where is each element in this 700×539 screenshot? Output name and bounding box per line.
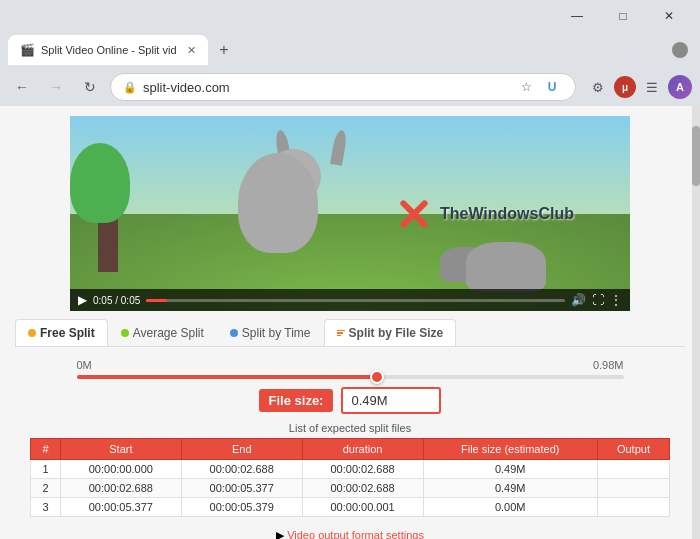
video-output-format-link[interactable]: Video output format settings	[287, 529, 424, 539]
file-size-row: File size:	[259, 387, 442, 414]
maximize-button[interactable]: □	[600, 2, 646, 30]
col-end: End	[181, 439, 302, 460]
col-duration: duration	[302, 439, 423, 460]
table-cell: 2	[31, 479, 61, 498]
tab-favicon: 🎬	[20, 43, 35, 57]
split-filesize-label: Split by File Size	[349, 326, 444, 340]
tab-free-split[interactable]: Free Split	[15, 319, 108, 346]
table-row: 300:00:05.37700:00:05.37900:00:00.0010.0…	[31, 498, 670, 517]
split-time-label: Split by Time	[242, 326, 311, 340]
video-player: TheWindowsClub ▶ 0:05 / 0:05 🔊 ⛶ ⋮	[70, 116, 630, 311]
slider-min-label: 0M	[77, 359, 92, 371]
split-tabs: Free Split Average Split Split by Time S…	[15, 311, 685, 347]
video-controls: ▶ 0:05 / 0:05 🔊 ⛶ ⋮	[70, 289, 630, 311]
extension-u-icon[interactable]: U	[541, 76, 563, 98]
file-size-input[interactable]	[341, 387, 441, 414]
average-split-dot	[121, 329, 129, 337]
slider-container: 0M 0.98M	[67, 359, 634, 379]
table-cell: 0.49M	[423, 479, 597, 498]
table-cell: 00:00:00.001	[302, 498, 423, 517]
back-button[interactable]: ←	[8, 73, 36, 101]
table-section: List of expected split files # Start End…	[15, 422, 685, 525]
bookmark-icon[interactable]: ☰	[640, 75, 664, 99]
slider-labels: 0M 0.98M	[77, 359, 624, 371]
col-start: Start	[60, 439, 181, 460]
tab-split-by-time[interactable]: Split by Time	[217, 319, 324, 346]
table-cell: 0.49M	[423, 460, 597, 479]
tab-split-by-filesize[interactable]: Split by File Size	[324, 319, 457, 346]
table-cell: 00:00:02.688	[60, 479, 181, 498]
play-button[interactable]: ▶	[78, 293, 87, 307]
col-filesize: File size (estimated)	[423, 439, 597, 460]
table-cell: 00:00:05.379	[181, 498, 302, 517]
table-cell: 00:00:02.688	[181, 460, 302, 479]
table-header-row: # Start End duration File size (estimate…	[31, 439, 670, 460]
slider-max-label: 0.98M	[593, 359, 624, 371]
table-row: 100:00:00.00000:00:02.68800:00:02.6880.4…	[31, 460, 670, 479]
reload-button[interactable]: ↻	[76, 73, 104, 101]
browser-tab[interactable]: 🎬 Split Video Online - Split video i... …	[8, 35, 208, 65]
progress-bar[interactable]	[146, 299, 565, 302]
table-cell: 3	[31, 498, 61, 517]
more-options-icon[interactable]: ⋮	[610, 293, 622, 307]
table-cell: 0.00M	[423, 498, 597, 517]
filesize-icon	[337, 330, 345, 337]
minimize-button[interactable]: —	[554, 2, 600, 30]
tab-average-split[interactable]: Average Split	[108, 319, 217, 346]
average-split-label: Average Split	[133, 326, 204, 340]
slider-fill	[77, 375, 378, 379]
free-split-dot	[28, 329, 36, 337]
table-title: List of expected split files	[30, 422, 670, 434]
volume-icon[interactable]: 🔊	[571, 293, 586, 307]
progress-bar-fill	[146, 299, 167, 302]
table-cell	[597, 479, 669, 498]
browser-settings-icon	[672, 42, 688, 58]
table-cell: 00:00:05.377	[181, 479, 302, 498]
tab-title: Split Video Online - Split video i...	[41, 44, 177, 56]
table-cell: 00:00:02.688	[302, 460, 423, 479]
video-output-link: ▶ Video output format settings	[15, 525, 685, 539]
fullscreen-icon[interactable]: ⛶	[592, 293, 604, 307]
col-output: Output	[597, 439, 669, 460]
slider-thumb[interactable]	[370, 370, 384, 384]
table-cell	[597, 498, 669, 517]
scrollbar[interactable]	[692, 106, 700, 539]
table-cell: 00:00:00.000	[60, 460, 181, 479]
slider-section: 0M 0.98M File size:	[15, 347, 685, 422]
extensions-icon[interactable]: ⚙	[586, 75, 610, 99]
tab-close-button[interactable]: ✕	[187, 44, 196, 57]
slider-track[interactable]	[77, 375, 624, 379]
split-table: # Start End duration File size (estimate…	[30, 438, 670, 517]
video-output-icon: ▶	[276, 529, 287, 539]
new-tab-button[interactable]: +	[212, 38, 236, 62]
table-cell	[597, 460, 669, 479]
file-size-label: File size:	[259, 389, 334, 412]
url-text: split-video.com	[143, 80, 509, 95]
table-cell: 1	[31, 460, 61, 479]
time-display: 0:05 / 0:05	[93, 295, 140, 306]
ublock-icon: μ	[614, 76, 636, 98]
address-bar[interactable]: 🔒 split-video.com ☆ U	[110, 73, 576, 101]
profile-icon[interactable]: A	[668, 75, 692, 99]
lock-icon: 🔒	[123, 81, 137, 94]
table-cell: 00:00:05.377	[60, 498, 181, 517]
table-cell: 00:00:02.688	[302, 479, 423, 498]
free-split-label: Free Split	[40, 326, 95, 340]
table-row: 200:00:02.68800:00:05.37700:00:02.6880.4…	[31, 479, 670, 498]
star-icon[interactable]: ☆	[515, 76, 537, 98]
scrollbar-thumb[interactable]	[692, 126, 700, 186]
close-button[interactable]: ✕	[646, 2, 692, 30]
col-number: #	[31, 439, 61, 460]
split-time-dot	[230, 329, 238, 337]
forward-button[interactable]: →	[42, 73, 70, 101]
